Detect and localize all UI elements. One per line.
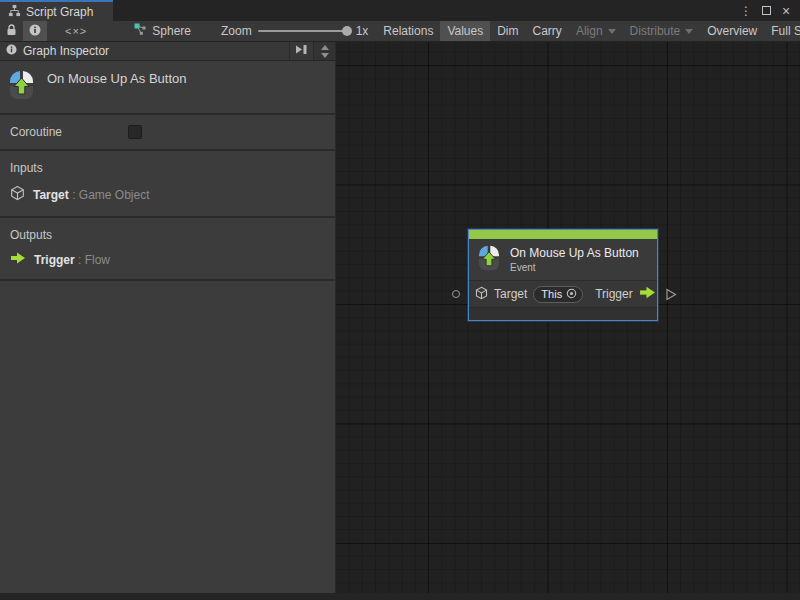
input-port-connector[interactable] [452,290,460,298]
graph-nodes-icon [133,23,147,39]
graph-reference[interactable]: Sphere [105,21,199,41]
distribute-dropdown[interactable]: Distribute [623,21,701,41]
graph-toolbar: <×> Sphere Zoom 1x Relations Values Dim … [0,21,800,42]
output-port-connector[interactable] [665,288,677,304]
close-icon[interactable]: × [778,3,794,19]
tab-script-graph[interactable]: Script Graph [0,0,113,21]
flow-arrow-icon [10,252,26,267]
code-view-button[interactable]: <×> [47,21,105,41]
node-title: On Mouse Up As Button [510,246,639,260]
on-mouse-up-as-button-node[interactable]: On Mouse Up As Button Event Target This [468,229,658,321]
coroutine-label: Coroutine [10,125,128,139]
chevron-down-icon [608,29,616,34]
window-controls: ⋮ × [738,0,800,21]
lock-icon [6,24,17,39]
inputs-header: Inputs [0,159,335,183]
cube-icon [10,185,25,204]
node-subtitle: Event [510,262,639,273]
zoom-label: Zoom [221,24,252,38]
unit-title-block: On Mouse Up As Button [0,61,335,115]
info-icon [6,44,17,58]
mouse-up-icon [477,244,501,274]
outputs-header: Outputs [0,226,335,250]
node-footer [469,307,657,320]
outputs-section: Outputs Trigger : Flow [0,218,335,281]
object-picker-icon[interactable] [566,288,577,301]
info-icon [29,24,41,39]
flow-arrow-icon [639,286,656,302]
tab-bar-spacer [113,0,738,21]
trigger-port-label: Trigger [595,287,633,301]
node-header[interactable]: On Mouse Up As Button Event [469,239,657,280]
zoom-control: Zoom 1x [199,21,376,41]
overview-button[interactable]: Overview [700,21,764,41]
coroutine-row: Coroutine [0,115,335,151]
scrub-up-icon[interactable] [321,45,329,50]
inspector-toggle-button[interactable] [23,21,47,41]
dim-button[interactable]: Dim [490,21,525,41]
values-button[interactable]: Values [440,21,490,41]
tab-bar: Script Graph ⋮ × [0,0,800,21]
distribute-label: Distribute [630,24,681,38]
maximize-icon[interactable] [758,3,774,19]
maximize-box [762,6,771,15]
align-dropdown[interactable]: Align [569,21,623,41]
inputs-section: Inputs Target : Game Object [0,151,335,218]
graph-canvas[interactable]: On Mouse Up As Button Event Target This [336,42,800,600]
output-port-name: Trigger [34,253,75,267]
graph-reference-label: Sphere [152,24,191,38]
window-bottom-edge [0,593,800,600]
output-trigger-row: Trigger : Flow [0,250,335,269]
node-ports-row: Target This Trigger [469,280,657,307]
lock-button[interactable] [0,21,23,41]
more-menu-icon[interactable]: ⋮ [738,3,754,19]
zoom-slider-handle[interactable] [342,26,352,36]
script-graph-icon [8,4,21,20]
node-accent-bar [469,230,657,239]
tab-label: Script Graph [26,5,93,19]
input-target-row: Target : Game Object [0,183,335,206]
zoom-slider[interactable] [258,30,350,32]
chevron-down-icon [685,29,693,34]
full-screen-button[interactable]: Full Screen [764,21,800,41]
dock-icon [295,44,308,58]
zoom-value: 1x [356,24,369,38]
dock-panel-button[interactable] [290,42,314,60]
unit-title: On Mouse Up As Button [47,69,186,86]
output-port-type: : Flow [78,253,110,267]
mouse-up-icon [8,69,35,103]
coroutine-checkbox[interactable] [128,125,142,139]
panel-scrubber[interactable] [314,42,335,60]
input-port-type: : Game Object [72,188,149,202]
graph-inspector-header: Graph Inspector [0,42,335,61]
align-label: Align [576,24,603,38]
inspector-empty-area [0,281,335,600]
target-value: This [541,288,562,300]
input-port-name: Target [33,188,69,202]
code-icon: <×> [65,25,87,37]
carry-button[interactable]: Carry [526,21,569,41]
graph-inspector-panel: Graph Inspector [0,42,336,600]
script-graph-window: Script Graph ⋮ × <×> Sphere [0,0,800,600]
main-area: Graph Inspector [0,42,800,600]
target-value-picker[interactable]: This [533,286,583,303]
relations-button[interactable]: Relations [376,21,440,41]
cube-icon [475,286,488,303]
graph-inspector-title: Graph Inspector [23,44,109,58]
target-port-label: Target [494,287,527,301]
graph-inspector-header-left: Graph Inspector [0,42,290,60]
scrub-down-icon[interactable] [321,53,329,58]
